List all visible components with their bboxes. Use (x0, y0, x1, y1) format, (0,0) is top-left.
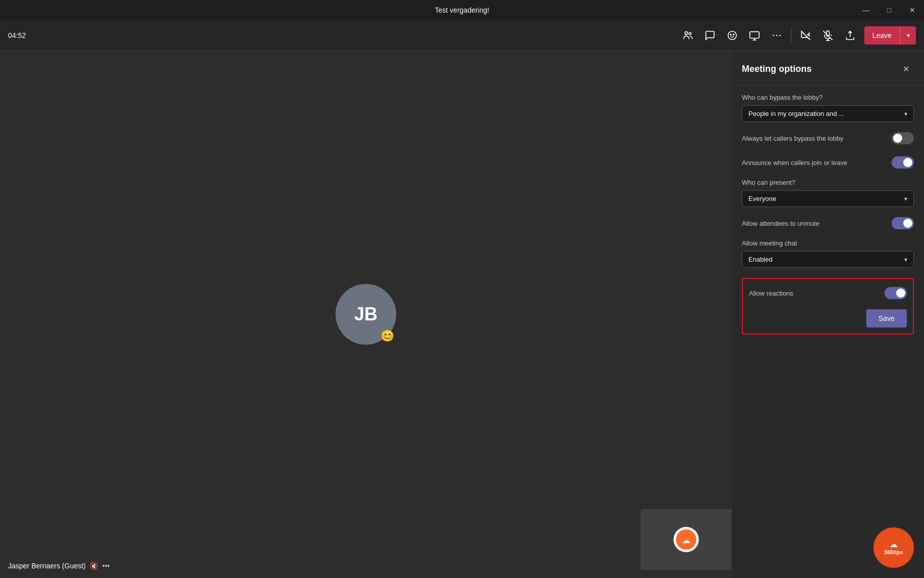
toolbar-separator (791, 28, 791, 43)
avatar-emoji: 😊 (381, 329, 394, 343)
allow-meeting-chat-chevron-icon: ▾ (904, 256, 907, 263)
window-controls: — □ ✕ (854, 0, 924, 20)
option-allow-attendees-unmute: Allow attendees to unmute (742, 215, 914, 231)
panel-close-button[interactable]: ✕ (898, 61, 914, 77)
svg-point-9 (776, 34, 777, 36)
option-allow-reactions: Allow reactions (749, 285, 907, 301)
toolbar-media-icons (795, 25, 860, 46)
option-who-can-present: Who can present? Everyone ▾ (742, 179, 914, 207)
svg-point-3 (730, 34, 731, 35)
avatar-initials: JB (354, 304, 377, 325)
camera-off-icon[interactable] (795, 25, 816, 46)
toolbar-main-icons (678, 25, 787, 46)
cloud-icon: ☁ (890, 540, 898, 549)
option-always-let-callers: Always let callers bypass the lobby (742, 130, 914, 146)
bypass-lobby-chevron-icon: ▾ (904, 110, 907, 117)
svg-point-2 (728, 31, 737, 39)
option-bypass-lobby: Who can bypass the lobby? People in my o… (742, 94, 914, 122)
participants-icon[interactable] (678, 25, 698, 46)
meeting-options-panel: Meeting options ✕ Who can bypass the lob… (732, 51, 924, 578)
allow-reactions-label: Allow reactions (749, 290, 885, 297)
allow-reactions-knob (896, 288, 905, 298)
highlighted-section: Allow reactions Save (742, 278, 914, 335)
bypass-lobby-label: Who can bypass the lobby? (742, 94, 914, 101)
close-button[interactable]: ✕ (901, 0, 924, 20)
announce-callers-knob (903, 158, 912, 167)
svg-point-4 (733, 34, 734, 35)
more-icon[interactable] (767, 25, 787, 46)
allow-attendees-unmute-toggle[interactable] (892, 217, 914, 229)
who-can-present-label: Who can present? (742, 179, 914, 186)
main-area: JB 😊 Jasper Bernaers (Guest) 🔇 ••• ☁ Mee… (0, 51, 924, 578)
always-let-callers-knob (893, 134, 902, 143)
svg-point-1 (689, 32, 691, 35)
always-let-callers-label: Always let callers bypass the lobby (742, 135, 892, 142)
badge-365tips[interactable]: ☁ 365tips (873, 527, 914, 568)
allow-meeting-chat-dropdown[interactable]: Enabled ▾ (742, 251, 914, 268)
panel-title: Meeting options (742, 64, 812, 74)
announce-callers-toggle[interactable] (892, 156, 914, 169)
bypass-lobby-dropdown[interactable]: People in my organization and ... ▾ (742, 105, 914, 122)
who-can-present-value: Everyone (748, 195, 776, 202)
self-avatar-icon: ☁ (674, 527, 699, 552)
share-screen-icon[interactable] (744, 25, 765, 46)
allow-reactions-toggle[interactable] (885, 287, 907, 299)
panel-header: Meeting options ✕ (732, 51, 924, 86)
mic-muted-icon: 🔇 (90, 562, 98, 570)
bypass-lobby-value: People in my organization and ... (748, 110, 844, 117)
leave-button-label: Leave (864, 31, 900, 39)
always-let-callers-toggle[interactable] (892, 132, 914, 144)
video-bottom-bar: Jasper Bernaers (Guest) 🔇 ••• (0, 554, 732, 578)
badge-365tips-label: 365tips (884, 549, 903, 556)
allow-attendees-unmute-knob (903, 219, 912, 228)
minimize-button[interactable]: — (854, 0, 877, 20)
allow-meeting-chat-label: Allow meeting chat (742, 239, 914, 247)
mic-off-icon[interactable] (818, 25, 838, 46)
announce-callers-label: Announce when callers join or leave (742, 159, 892, 167)
svg-point-10 (779, 34, 781, 36)
svg-point-8 (773, 34, 774, 36)
more-participant-icon[interactable]: ••• (102, 562, 110, 570)
self-video-thumbnail: ☁ (641, 509, 732, 570)
svg-rect-5 (750, 31, 759, 38)
title-bar: Test vergadering! — □ ✕ (0, 0, 924, 20)
svg-text:☁: ☁ (682, 536, 690, 545)
who-can-present-dropdown[interactable]: Everyone ▾ (742, 190, 914, 207)
who-can-present-chevron-icon: ▾ (904, 195, 907, 202)
avatar-container: JB 😊 (335, 284, 396, 345)
option-announce-callers: Announce when callers join or leave (742, 154, 914, 171)
leave-button[interactable]: Leave ▾ (864, 26, 916, 45)
allow-meeting-chat-value: Enabled (748, 256, 773, 263)
svg-point-0 (685, 31, 688, 34)
participant-info: Jasper Bernaers (Guest) 🔇 ••• (8, 562, 110, 570)
participant-name-label: Jasper Bernaers (Guest) (8, 562, 86, 570)
video-area: JB 😊 Jasper Bernaers (Guest) 🔇 ••• ☁ (0, 51, 732, 578)
option-allow-meeting-chat: Allow meeting chat Enabled ▾ (742, 239, 914, 268)
allow-attendees-unmute-label: Allow attendees to unmute (742, 220, 892, 227)
share-content-icon[interactable] (840, 25, 860, 46)
meeting-timer: 04:52 (8, 31, 26, 39)
avatar: JB 😊 (335, 284, 396, 345)
maximize-button[interactable]: □ (877, 0, 901, 20)
window-title: Test vergadering! (435, 6, 489, 14)
panel-body: Who can bypass the lobby? People in my o… (732, 86, 924, 578)
chat-icon[interactable] (700, 25, 720, 46)
reactions-toolbar-icon[interactable] (722, 25, 742, 46)
save-button[interactable]: Save (866, 309, 907, 327)
leave-chevron-icon[interactable]: ▾ (900, 26, 916, 45)
toolbar: 04:52 Leave ▾ (0, 20, 924, 51)
